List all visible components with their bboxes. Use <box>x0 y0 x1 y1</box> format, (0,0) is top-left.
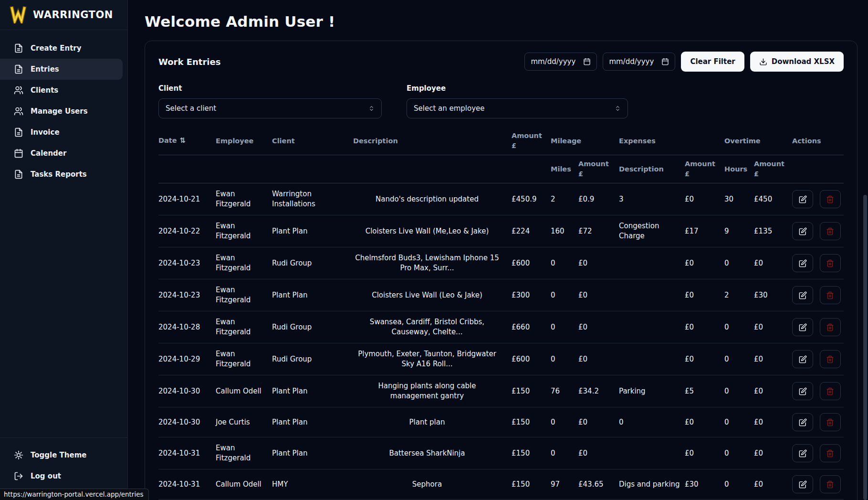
edit-button[interactable] <box>792 222 813 240</box>
sidebar-item[interactable]: Create Entry <box>0 38 127 59</box>
cell-client: Warrington Installations <box>272 183 353 215</box>
edit-button[interactable] <box>792 190 813 208</box>
cell-date: 2024-10-29 <box>158 343 216 375</box>
brand: WARRINGTON <box>0 0 127 30</box>
table-row: 2024-10-30 Callum Odell Plant Plan Hangi… <box>158 375 844 407</box>
edit-button[interactable] <box>792 444 813 462</box>
cell-expenses-amount: £0 <box>685 407 724 437</box>
edit-button[interactable] <box>792 318 813 336</box>
sidebar-item[interactable]: Clients <box>0 80 127 101</box>
cell-hours: 0 <box>724 469 754 500</box>
cell-expenses-amount: £17 <box>685 215 724 247</box>
table-row: 2024-10-23 Ewan Fitzgerald Plant Plan Cl… <box>158 279 844 311</box>
sidebar-footer-item[interactable]: Toggle Theme <box>0 445 127 466</box>
cell-expenses-description: 3 <box>619 183 685 215</box>
sidebar-item[interactable]: Invoice <box>0 122 127 143</box>
sort-icon[interactable]: ⇅ <box>180 136 186 145</box>
col-header-overtime: Overtime <box>724 130 792 155</box>
sidebar-item[interactable]: Entries <box>0 59 123 80</box>
delete-button[interactable] <box>820 286 841 304</box>
cell-miles: 160 <box>551 215 578 247</box>
edit-button[interactable] <box>792 286 813 304</box>
cell-date: 2024-10-22 <box>158 215 216 247</box>
cell-hours: 0 <box>724 343 754 375</box>
cell-client: Plant Plan <box>272 437 353 469</box>
delete-button[interactable] <box>820 222 841 240</box>
sidebar-item-label: Calender <box>31 149 66 158</box>
cell-client: Rudi Group <box>272 247 353 279</box>
delete-button[interactable] <box>820 254 841 272</box>
cell-mileage-amount: £0 <box>578 407 619 437</box>
delete-button[interactable] <box>820 350 841 368</box>
cell-overtime-amount: £135 <box>754 215 792 247</box>
delete-button[interactable] <box>820 413 841 431</box>
col-header-date[interactable]: Date⇅ <box>158 130 216 155</box>
table-row: 2024-10-22 Ewan Fitzgerald Plant Plan Cl… <box>158 215 844 247</box>
delete-button[interactable] <box>820 382 841 400</box>
cell-employee: Ewan Fitzgerald <box>216 247 272 279</box>
delete-button[interactable] <box>820 318 841 336</box>
trash-icon <box>826 227 834 235</box>
cell-employee: Ewan Fitzgerald <box>216 437 272 469</box>
sidebar-footer-item[interactable]: Log out <box>0 466 127 487</box>
date-to-placeholder: mm/dd/yyyy <box>609 57 654 66</box>
edit-button[interactable] <box>792 413 813 431</box>
edit-icon <box>799 323 807 331</box>
edit-button[interactable] <box>792 475 813 493</box>
sidebar-item[interactable]: Calender <box>0 143 127 164</box>
col-subheader-mileage-amount: Amount £ <box>578 155 619 183</box>
calendar-icon[interactable] <box>583 58 591 65</box>
cell-date: 2024-10-30 <box>158 407 216 437</box>
cell-overtime-amount: £0 <box>754 407 792 437</box>
trash-icon <box>826 418 834 426</box>
cell-overtime-amount: £30 <box>754 279 792 311</box>
sidebar-nav: Create Entry Entries Clients Manage User… <box>0 30 127 185</box>
cell-amount: £300 <box>512 279 551 311</box>
calendar-icon[interactable] <box>661 58 669 65</box>
table-row: 2024-10-30 Joe Curtis Plant Plan Plant p… <box>158 407 844 437</box>
sidebar-item[interactable]: Tasks Reports <box>0 164 127 185</box>
delete-button[interactable] <box>820 444 841 462</box>
download-xlsx-button[interactable]: Download XLSX <box>750 52 844 72</box>
date-to-input[interactable]: mm/dd/yyyy <box>603 53 675 71</box>
cell-miles: 0 <box>551 437 578 469</box>
delete-button[interactable] <box>820 475 841 493</box>
cell-expenses-amount: £0 <box>685 343 724 375</box>
trash-icon <box>826 259 834 267</box>
cell-description: Battersea SharkNinja <box>353 437 512 469</box>
cell-description: Chelmsford Buds3, Lewisham Iphone 15 Pro… <box>353 247 512 279</box>
scrollbar[interactable] <box>863 195 867 500</box>
edit-button[interactable] <box>792 254 813 272</box>
clear-filter-button[interactable]: Clear Filter <box>681 52 744 72</box>
edit-button[interactable] <box>792 382 813 400</box>
employee-select[interactable]: Select an employee <box>407 98 628 118</box>
table-row: 2024-10-23 Ewan Fitzgerald Rudi Group Ch… <box>158 247 844 279</box>
cell-description: Swansea, Cardiff, Bristol Cribbs, Causew… <box>353 311 512 343</box>
sidebar-item-label: Create Entry <box>31 44 82 53</box>
date-from-input[interactable]: mm/dd/yyyy <box>524 53 597 71</box>
cell-overtime-amount: £0 <box>754 311 792 343</box>
cell-hours: 30 <box>724 183 754 215</box>
delete-button[interactable] <box>820 190 841 208</box>
cell-expenses-amount: £0 <box>685 437 724 469</box>
link-preview-statusbar: https://warrington-portal.vercel.app/ent… <box>0 489 149 500</box>
employee-filter-label: Employee <box>407 84 628 93</box>
cell-miles: 0 <box>551 407 578 437</box>
client-select[interactable]: Select a client <box>158 98 382 118</box>
table-row: 2024-10-21 Ewan Fitzgerald Warrington In… <box>158 183 844 215</box>
cell-overtime-amount: £0 <box>754 247 792 279</box>
sidebar-footer-icon <box>14 450 23 460</box>
edit-button[interactable] <box>792 350 813 368</box>
sidebar-item-icon <box>14 43 23 53</box>
col-header-mileage: Mileage <box>551 130 619 155</box>
edit-icon <box>799 355 807 363</box>
cell-date: 2024-10-23 <box>158 247 216 279</box>
cell-description: Plymouth, Exeter, Taunton, Bridgwater Sk… <box>353 343 512 375</box>
col-header-client: Client <box>272 130 353 155</box>
col-header-employee: Employee <box>216 130 272 155</box>
cell-overtime-amount: £0 <box>754 437 792 469</box>
chevron-updown-icon <box>615 104 621 113</box>
cell-client: Plant Plan <box>272 215 353 247</box>
sidebar-item[interactable]: Manage Users <box>0 101 127 122</box>
cell-hours: 0 <box>724 247 754 279</box>
